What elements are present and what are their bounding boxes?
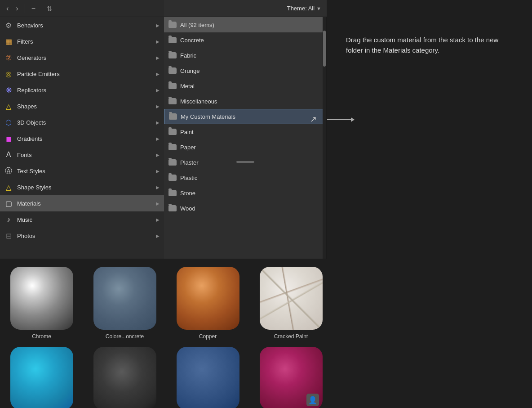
thumbnail-cell-denim[interactable]: Denim bbox=[166, 343, 249, 408]
thumbnail-cell-cracked-paint[interactable]: Cracked Paint bbox=[249, 263, 332, 343]
toolbar-divider bbox=[25, 4, 25, 13]
category-item-metal[interactable]: Metal bbox=[164, 78, 326, 94]
chevron-right-icon: ▶ bbox=[156, 104, 160, 109]
folder-icon bbox=[169, 113, 177, 120]
sidebar-item-3d-objects[interactable]: ⬡ 3D Objects ▶ bbox=[0, 114, 164, 130]
toolbar: ‹ › − ⇅ bbox=[0, 0, 164, 17]
sidebar-item-filters[interactable]: ▦ Filters ▶ bbox=[0, 33, 164, 49]
sidebar-item-gradients[interactable]: ◼ Gradients ▶ bbox=[0, 130, 164, 147]
sidebar-item-label-music: Music bbox=[17, 216, 156, 223]
thumbnail-cell-craft-paper[interactable]: Craft Paper bbox=[0, 343, 83, 408]
bottom-right bbox=[332, 259, 532, 408]
photos-icon: ⊟ bbox=[4, 231, 13, 241]
category-panel: All (92 items) Concrete Fabric Grunge Me… bbox=[164, 17, 327, 259]
category-label-paper: Paper bbox=[180, 144, 196, 151]
chevron-right-icon: ▶ bbox=[156, 201, 160, 206]
folder-icon bbox=[168, 37, 177, 43]
category-label-paint: Paint bbox=[180, 129, 194, 135]
shape-styles-icon: △ bbox=[4, 182, 13, 192]
scroll-handle bbox=[164, 160, 327, 164]
thumbnail-cell-copper[interactable]: Copper bbox=[166, 263, 249, 343]
folder-icon bbox=[168, 22, 177, 28]
category-item-fabric[interactable]: Fabric bbox=[164, 48, 326, 63]
sidebar-item-label-text-styles: Text Styles bbox=[17, 168, 156, 175]
category-label-all: All (92 items) bbox=[180, 22, 214, 28]
sidebar-item-replicators[interactable]: ❋ Replicators ▶ bbox=[0, 82, 164, 98]
chevron-right-icon: ▶ bbox=[156, 152, 160, 157]
sidebar-item-label-shape-styles: Shape Styles bbox=[17, 184, 156, 191]
fonts-icon: A bbox=[4, 150, 13, 160]
sidebar-item-materials[interactable]: ▢ Materials ▶ bbox=[0, 195, 164, 211]
sidebar-item-particle-emitters[interactable]: ◎ Particle Emitters ▶ bbox=[0, 66, 164, 82]
shapes-icon: △ bbox=[4, 101, 13, 111]
category-scrollbar[interactable] bbox=[323, 17, 326, 259]
back-button[interactable]: ‹ bbox=[4, 4, 10, 13]
person-badge: 👤 bbox=[306, 394, 319, 406]
category-item-paint[interactable]: Paint bbox=[164, 124, 326, 139]
thumbnail-image-colored-concrete bbox=[93, 267, 156, 330]
sidebar-item-label-replicators: Replicators bbox=[17, 87, 156, 94]
category-item-plastic[interactable]: Plastic bbox=[164, 170, 326, 185]
folder-icon bbox=[168, 83, 177, 89]
minus-button[interactable]: − bbox=[30, 4, 37, 13]
chevron-right-icon: ▶ bbox=[156, 233, 160, 238]
sidebar-item-label-gradients: Gradients bbox=[17, 135, 156, 142]
folder-icon bbox=[168, 205, 177, 211]
category-item-all[interactable]: All (92 items) bbox=[164, 17, 326, 32]
thumbnail-image-craft-paper bbox=[10, 347, 73, 408]
sidebar-item-behaviors[interactable]: ⚙ Behaviors ▶ bbox=[0, 17, 164, 33]
theme-label: Theme: All bbox=[287, 5, 315, 12]
annotation-area: Drag the custom material from the stack … bbox=[332, 17, 532, 259]
thumbnail-image-denim bbox=[177, 347, 239, 408]
thumbnail-image-dark-granite bbox=[93, 347, 156, 408]
category-label-wood: Wood bbox=[180, 205, 195, 212]
category-item-concrete[interactable]: Concrete bbox=[164, 32, 326, 48]
filters-icon: ▦ bbox=[4, 36, 13, 46]
scroll-nub bbox=[236, 161, 254, 163]
folder-icon bbox=[168, 144, 177, 150]
category-item-stone[interactable]: Stone bbox=[164, 185, 326, 201]
forward-button[interactable]: › bbox=[14, 4, 20, 13]
thumbnail-cell-dinged-scales[interactable]: 👤 Dinged Scales bbox=[249, 343, 332, 408]
category-item-grunge[interactable]: Grunge bbox=[164, 63, 326, 78]
thumbnail-image-copper bbox=[177, 267, 239, 330]
sidebar-item-shapes[interactable]: △ Shapes ▶ bbox=[0, 98, 164, 114]
thumbnail-image-chrome bbox=[10, 267, 73, 330]
category-item-paper[interactable]: Paper bbox=[164, 139, 326, 155]
sidebar-item-shape-styles[interactable]: △ Shape Styles ▶ bbox=[0, 179, 164, 195]
thumbnail-cell-dark-granite[interactable]: Dark Granite bbox=[83, 343, 166, 408]
chevron-right-icon: ▶ bbox=[156, 55, 160, 60]
category-label-miscellaneous: Miscellaneous bbox=[180, 98, 217, 105]
sidebar-item-music[interactable]: ♪ Music ▶ bbox=[0, 211, 164, 228]
folder-icon bbox=[168, 52, 177, 58]
folder-icon bbox=[168, 67, 177, 74]
annotation-arrow bbox=[327, 119, 354, 120]
chevron-right-icon: ▶ bbox=[156, 120, 160, 125]
category-item-miscellaneous[interactable]: Miscellaneous bbox=[164, 94, 326, 109]
thumbnail-cell-chrome[interactable]: Chrome bbox=[0, 263, 83, 343]
annotation-text: Drag the custom material from the stack … bbox=[346, 35, 499, 55]
sidebar-item-text-styles[interactable]: Ⓐ Text Styles ▶ bbox=[0, 163, 164, 179]
sidebar-item-photos[interactable]: ⊟ Photos ▶ bbox=[0, 228, 164, 244]
thumbnail-label-copper: Copper bbox=[199, 333, 217, 340]
particle-emitters-icon: ◎ bbox=[4, 69, 13, 79]
sidebar-item-generators[interactable]: ② Generators ▶ bbox=[0, 49, 164, 66]
cursor-icon: ↗ bbox=[310, 114, 317, 124]
3d-objects-icon: ⬡ bbox=[4, 117, 13, 127]
folder-icon bbox=[168, 190, 177, 196]
category-item-my-custom[interactable]: My Custom Materials bbox=[164, 109, 326, 124]
thumbnail-label-chrome: Chrome bbox=[32, 333, 51, 340]
chevron-right-icon: ▶ bbox=[156, 88, 160, 93]
sidebar-item-label-generators: Generators bbox=[17, 54, 156, 61]
gradients-icon: ◼ bbox=[4, 134, 13, 143]
thumbnail-cell-colored-concrete[interactable]: Colore...oncrete bbox=[83, 263, 166, 343]
scrollbar-thumb[interactable] bbox=[323, 31, 326, 67]
sidebar-item-fonts[interactable]: A Fonts ▶ bbox=[0, 147, 164, 163]
category-item-wood[interactable]: Wood bbox=[164, 201, 326, 216]
folder-icon bbox=[168, 98, 177, 104]
folder-icon bbox=[168, 175, 177, 181]
behaviors-icon: ⚙ bbox=[4, 20, 13, 30]
chevron-right-icon: ▶ bbox=[156, 72, 160, 76]
music-icon: ♪ bbox=[4, 215, 13, 224]
theme-selector[interactable]: Theme: All ▼ bbox=[164, 0, 327, 17]
